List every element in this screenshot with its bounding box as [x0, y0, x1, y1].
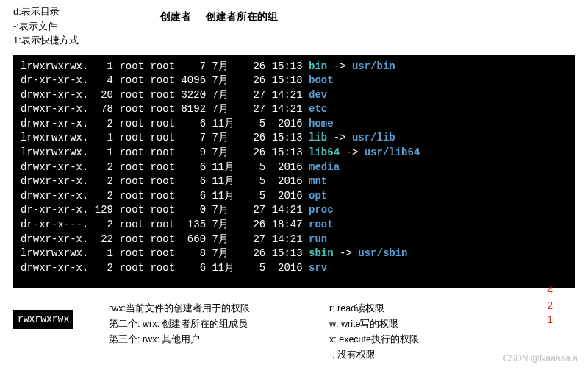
note-d: d:表示目录: [13, 4, 146, 19]
value-4: 4: [547, 283, 553, 297]
permission-values: 4 2 1: [547, 283, 553, 327]
entry-name: root: [309, 219, 334, 230]
list-row: drwxr-xr-x. 78 root root 8192 7月 27 14:2…: [21, 102, 567, 117]
list-row: dr-xr-x---. 2 root root 135 7月 26 18:47 …: [21, 218, 567, 233]
rwx-badge: rwxrwxrwx: [13, 310, 74, 329]
badge-wrap: rwxrwxrwx: [13, 301, 109, 364]
list-row: lrwxrwxrwx. 1 root root 7 7月 26 15:13 li…: [21, 131, 567, 146]
entry-name: run: [309, 233, 327, 245]
legend-left-1: rwx:当前文件的创建者用于的权限: [109, 301, 329, 316]
list-row: drwxr-xr-x. 2 root root 6 11月 5 2016 srv: [21, 261, 567, 276]
list-row: lrwxrwxrwx. 1 root root 7 7月 26 15:13 bi…: [21, 60, 567, 74]
entry-name: lib64: [309, 146, 340, 158]
value-1: 1: [547, 313, 553, 327]
entry-name: boot: [309, 74, 334, 86]
list-row: lrwxrwxrwx. 1 root root 8 7月 26 15:13 sb…: [21, 247, 567, 261]
legend-right-w: w: write写的权限: [329, 316, 476, 332]
entry-name: bin: [309, 60, 327, 72]
link-target: usr/bin: [352, 60, 395, 72]
note-dash: -:表示文件: [13, 19, 146, 34]
legend-left-3: 第三个: rwx: 其他用户: [109, 332, 329, 347]
entry-name: dev: [309, 89, 327, 101]
value-2: 2: [547, 299, 553, 313]
legend-left: rwx:当前文件的创建者用于的权限 第二个: wrx: 创建者所在的组成员 第三…: [109, 301, 329, 364]
entry-name: opt: [309, 190, 327, 202]
entry-name: sbin: [309, 247, 334, 259]
header-owner: 创建者: [160, 10, 191, 22]
entry-name: etc: [309, 103, 327, 115]
list-row: dr-xr-xr-x. 129 root root 0 7月 27 14:21 …: [21, 203, 567, 218]
list-row: drwxr-xr-x. 2 root root 6 11月 5 2016 mnt: [21, 174, 567, 189]
entry-name: proc: [309, 204, 334, 216]
link-target: usr/lib: [352, 132, 395, 144]
terminal-listing: lrwxrwxrwx. 1 root root 7 7月 26 15:13 bi…: [13, 55, 575, 288]
legend-right: r: read读权限 w: write写的权限 x: execute执行的权限 …: [329, 301, 476, 364]
link-target: usr/sbin: [358, 247, 407, 259]
list-row: drwxr-xr-x. 20 root root 3220 7月 27 14:2…: [21, 88, 567, 103]
legend-right-dash: -: 没有权限: [329, 347, 476, 363]
link-target: usr/lib64: [365, 146, 420, 158]
legend-left-2: 第二个: wrx: 创建者所在的组成员: [109, 316, 329, 332]
entry-name: mnt: [309, 175, 327, 187]
list-row: dr-xr-xr-x. 4 root root 4096 7月 26 15:18…: [21, 74, 567, 88]
top-notes: d:表示目录 -:表示文件 1:表示快捷方式 创建者 创建者所在的组: [0, 0, 588, 51]
list-row: drwxr-xr-x. 2 root root 6 11月 5 2016 hom…: [21, 117, 567, 132]
legend-right-r: r: read读权限: [329, 301, 476, 316]
entry-name: media: [309, 161, 340, 173]
bottom-legend: rwxrwxrwx rwx:当前文件的创建者用于的权限 第二个: wrx: 创建…: [0, 301, 588, 364]
legend-right-x: x: execute执行的权限: [329, 332, 476, 347]
list-row: drwxr-xr-x. 2 root root 6 11月 5 2016 opt: [21, 189, 567, 204]
header-group: 创建者所在的组: [206, 10, 278, 22]
entry-name: lib: [309, 132, 327, 144]
entry-name: srv: [309, 262, 327, 274]
list-row: drwxr-xr-x. 22 root root 660 7月 27 14:21…: [21, 233, 567, 247]
top-left-notes: d:表示目录 -:表示文件 1:表示快捷方式: [13, 4, 146, 48]
entry-name: home: [309, 118, 334, 130]
top-mid-headers: 创建者 创建者所在的组: [146, 4, 290, 24]
list-row: drwxr-xr-x. 2 root root 6 11月 5 2016 med…: [21, 160, 567, 175]
note-1: 1:表示快捷方式: [13, 33, 146, 48]
watermark: CSDN @Naaaaa.a: [503, 353, 578, 364]
list-row: lrwxrwxrwx. 1 root root 9 7月 26 15:13 li…: [21, 146, 567, 160]
